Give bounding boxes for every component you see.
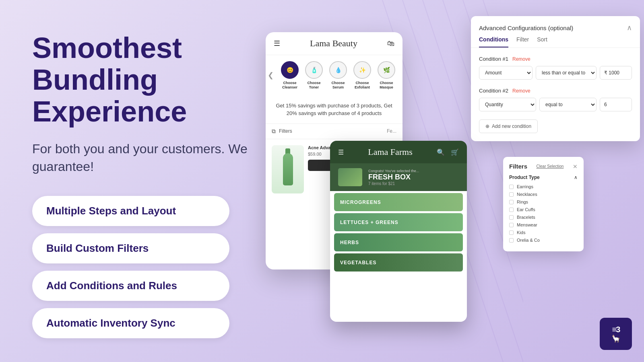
clear-selection-link[interactable]: Clear Selection	[537, 164, 564, 169]
step-circle-cleanser: 😊	[281, 61, 299, 79]
step-toner[interactable]: 🧴 ChooseToner	[302, 61, 326, 90]
condition-1-operator-select[interactable]: less than or equal to	[536, 66, 597, 80]
filter-earcuffs-label: Ear Cuffs	[517, 207, 535, 212]
filter-orelia[interactable]: Orelia & Co	[509, 238, 578, 243]
checkbox-bracelets[interactable]	[509, 215, 514, 220]
filter-earcuffs[interactable]: Ear Cuffs	[509, 207, 578, 212]
condition-2-remove[interactable]: Remove	[512, 88, 530, 94]
bag-icon[interactable]: 🛍	[387, 39, 394, 48]
filter-kids[interactable]: Kids	[509, 230, 578, 235]
farms-search-icon[interactable]: 🔍	[437, 148, 445, 156]
checkbox-orelia[interactable]	[509, 238, 514, 243]
checkbox-earcuffs[interactable]	[509, 208, 514, 212]
brand-icon-text: ≡3	[612, 325, 620, 334]
farms-banner: Congrats! You've selected the... FRESH B…	[330, 163, 467, 191]
condition-2-field-select[interactable]: Quantity	[479, 98, 536, 111]
condition-1-value-input[interactable]	[600, 66, 632, 80]
step-label-serum: ChooseSerum	[331, 81, 345, 90]
feature-btn-multiple-steps[interactable]: Multiple Steps and Layout	[32, 196, 229, 226]
condition-2-label: Condition #2 Remove	[479, 88, 632, 94]
checkbox-kids[interactable]	[509, 230, 514, 235]
step-circle-toner: 🧴	[305, 61, 323, 79]
farms-banner-text: Congrats! You've selected the... FRESH B…	[368, 169, 419, 186]
condition-1-remove[interactable]: Remove	[512, 56, 530, 62]
step-label-toner: ChooseToner	[307, 81, 320, 90]
step-masque[interactable]: 🌿 ChooseMasque	[374, 61, 398, 90]
add-condition-button[interactable]: ⊕ Add new condition	[479, 119, 538, 133]
add-condition-label: Add new condition	[492, 123, 531, 129]
condition-2-value-input[interactable]	[600, 98, 632, 111]
filters-panel-title: Filters	[509, 163, 527, 170]
checkbox-menswear[interactable]	[509, 223, 514, 227]
step-serum[interactable]: 💧 ChooseSerum	[326, 61, 350, 90]
right-section: ☰ Lama Beauty 🛍 ❮ 😊 Choose Cleanser 🧴 Ch…	[242, 0, 644, 362]
filter-bracelets[interactable]: Bracelets	[509, 215, 578, 220]
condition-2-operator-select[interactable]: equal to	[539, 98, 597, 111]
step-circle-exfoliant: ✨	[353, 61, 371, 79]
filter-necklaces-label: Necklaces	[517, 192, 537, 197]
product-image	[272, 145, 304, 193]
checkbox-earrings[interactable]	[509, 185, 514, 189]
farms-banner-image	[338, 168, 362, 186]
filter-necklaces[interactable]: Necklaces	[509, 192, 578, 197]
config-tabs: Conditions Filter Sort	[471, 32, 640, 48]
farms-header: ☰ Lama Farms 🔍 🛒	[330, 141, 467, 163]
filter-earrings[interactable]: Earrings	[509, 184, 578, 189]
filters-bar: ⧉ Filters Fe...	[266, 124, 402, 139]
step-label-masque: ChooseMasque	[380, 81, 393, 90]
subtitle-text: For both you and your customers. We guar…	[32, 140, 266, 176]
filter-earrings-label: Earrings	[517, 184, 533, 189]
step-label-cleanser: Choose Cleanser	[278, 81, 302, 90]
filter-orelia-label: Orelia & Co	[517, 238, 540, 243]
steps-wrapper: ❮ 😊 Choose Cleanser 🧴 ChooseToner �	[266, 55, 402, 96]
config-close-icon[interactable]: ∧	[627, 23, 632, 32]
add-circle-icon: ⊕	[485, 123, 489, 129]
config-panel-title: Advanced Configurations (optional)	[479, 25, 573, 31]
condition-1-label: Condition #1 Remove	[479, 56, 632, 62]
condition-1-field-select[interactable]: Amount	[479, 66, 533, 80]
category-microgreens[interactable]: MICROGREENS	[334, 193, 463, 211]
config-panel-header: Advanced Configurations (optional) ∧	[471, 16, 640, 32]
beauty-app-title: Lama Beauty	[310, 38, 357, 49]
filter-kids-label: Kids	[517, 230, 525, 235]
filter-menswear-label: Menswear	[517, 222, 537, 227]
step-cleanser[interactable]: 😊 Choose Cleanser	[278, 61, 302, 90]
filters-close-icon[interactable]: ✕	[573, 163, 578, 170]
filter-sliders-icon: ⧉	[272, 128, 276, 135]
tab-sort[interactable]: Sort	[537, 36, 547, 47]
farms-menu-icon[interactable]: ☰	[338, 148, 344, 156]
filters-label: Filters	[279, 128, 292, 134]
filters-panel-header: Filters Clear Selection ✕	[509, 163, 578, 170]
category-herbs[interactable]: HERBS	[334, 233, 463, 251]
farms-header-icons: 🔍 🛒	[437, 148, 459, 156]
banner-subtitle: 7 items for $21	[368, 181, 419, 186]
tab-filter[interactable]: Filter	[516, 36, 529, 47]
feature-btn-custom-filters[interactable]: Build Custom Filters	[32, 233, 229, 263]
banner-title: FRESH BOX	[368, 173, 419, 181]
condition-2-row: Condition #2 Remove Quantity equal to	[479, 88, 632, 111]
config-body: Condition #1 Remove Amount less than or …	[471, 48, 640, 141]
beauty-steps: 😊 Choose Cleanser 🧴 ChooseToner 💧 Choose…	[274, 55, 402, 96]
farms-app-title: Lama Farms	[368, 147, 413, 157]
menu-icon[interactable]: ☰	[274, 39, 280, 48]
filter-rings[interactable]: Rings	[509, 200, 578, 204]
tab-conditions[interactable]: Conditions	[479, 36, 508, 47]
checkbox-rings[interactable]	[509, 200, 514, 204]
product-type-collapse-icon[interactable]: ∧	[574, 175, 578, 180]
step-exfoliant[interactable]: ✨ ChooseExfoliant	[350, 61, 374, 90]
beauty-header: ☰ Lama Beauty 🛍	[266, 32, 402, 55]
left-section: Smoothest Bundling Experience For both y…	[32, 32, 266, 346]
filter-options-list: Earrings Necklaces Rings Ear Cuffs Brace…	[509, 184, 578, 243]
category-vegetables[interactable]: VEGETABLES	[334, 253, 463, 272]
checkbox-necklaces[interactable]	[509, 192, 514, 197]
farms-cart-icon[interactable]: 🛒	[451, 148, 459, 156]
product-type-label: Product Type	[509, 175, 540, 180]
feature-btn-inventory-sync[interactable]: Automatic Inventory Sync	[32, 308, 229, 338]
featured-label: Fe...	[387, 128, 396, 134]
product-type-section: Product Type ∧	[509, 175, 578, 180]
feature-btn-conditions-rules[interactable]: Add Conditions and Rules	[32, 271, 229, 301]
category-lettuces[interactable]: LETTUCES + GREENS	[334, 213, 463, 231]
filter-menswear[interactable]: Menswear	[509, 222, 578, 227]
beauty-promo-text: Get 15% savings with purchase of 3 produ…	[266, 96, 402, 124]
steps-arrow-left[interactable]: ❮	[268, 71, 274, 80]
